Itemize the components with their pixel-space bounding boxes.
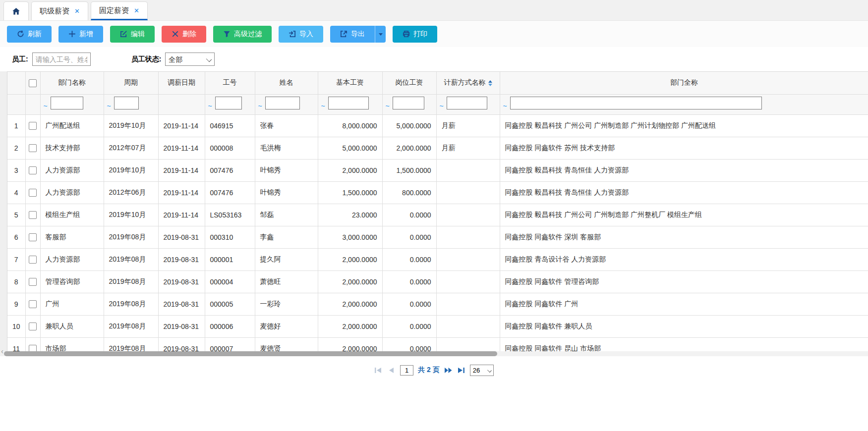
filter-input-dept-full[interactable] [510, 97, 762, 109]
employee-status-select[interactable]: 全部 [165, 53, 215, 66]
cell-name: 麦德贤 [255, 337, 318, 351]
cell-dept-full: 同鑫控股 毅昌科技 青岛恒佳 人力资源部 [500, 159, 868, 181]
table-row[interactable]: 1广州配送组2019年10月2019-11-14046915张春8,000.00… [7, 114, 868, 137]
cell-emp-no: 000007 [205, 337, 255, 351]
row-number: 9 [7, 293, 25, 315]
cell-emp-no: 000006 [205, 315, 255, 337]
table-row[interactable]: 6客服部2019年08月2019-08-31000310李鑫3,000.0000… [7, 226, 868, 248]
table-row[interactable]: 8管理咨询部2019年08月2019-08-31000004萧德旺2,000.0… [7, 270, 868, 293]
cell-post-salary: 0.0000 [382, 248, 436, 270]
row-checkbox[interactable] [29, 345, 37, 351]
cell-emp-no: 007476 [205, 181, 255, 204]
cell-dept-full: 同鑫控股 同鑫软件 苏州 技术支持部 [500, 137, 868, 159]
close-icon[interactable]: ✕ [134, 7, 139, 14]
row-checkbox[interactable] [29, 323, 37, 330]
row-checkbox-cell [25, 248, 40, 270]
cell-adjust-date: 2019-11-14 [158, 114, 205, 137]
cell-dept-name: 兼职人员 [40, 315, 104, 337]
cell-period: 2019年08月 [104, 315, 158, 337]
page-size-select[interactable]: 26 [470, 365, 494, 376]
tab-guding-xinzi[interactable]: 固定薪资 ✕ [91, 1, 148, 20]
edit-button[interactable]: 编辑 [110, 26, 155, 43]
refresh-button[interactable]: 刷新 [7, 26, 52, 43]
table-row[interactable]: 5模组生产组2019年10月2019-11-14LS053163邹磊23.000… [7, 204, 868, 226]
close-icon[interactable]: ✕ [74, 7, 80, 15]
cell-emp-no: 007476 [205, 159, 255, 181]
cell-name: 毛洪梅 [255, 137, 318, 159]
table-row[interactable]: 9广州2019年08月2019-08-31000005一彩玲2,000.0000… [7, 293, 868, 315]
cell-base-salary: 2,000.0000 [318, 337, 382, 351]
page-number-input[interactable] [400, 365, 413, 376]
first-page-icon[interactable] [374, 367, 383, 374]
cell-dept-full: 同鑫控股 毅昌科技 青岛恒佳 人力资源部 [500, 181, 868, 204]
header-row: 部门名称 周期 调薪日期 工号 姓名 基本工资 岗位工资 计薪方式名称 部门全称 [7, 72, 868, 94]
table-row[interactable]: 2技术支持部2012年07月2019-11-14000008毛洪梅5,000.0… [7, 137, 868, 159]
last-page-icon[interactable] [457, 367, 465, 374]
filter-input-post-salary[interactable] [393, 97, 424, 109]
row-checkbox[interactable] [29, 278, 37, 286]
filter-input-name[interactable] [265, 97, 300, 109]
x-icon [172, 30, 179, 38]
print-button[interactable]: 打印 [393, 26, 437, 43]
cell-base-salary: 2,000.0000 [318, 248, 382, 270]
filter-input-period[interactable] [114, 97, 139, 109]
import-button[interactable]: 导入 [279, 26, 323, 43]
table-row[interactable]: 7人力资源部2019年08月2019-08-31000001提久阿2,000.0… [7, 248, 868, 270]
col-pay-method[interactable]: 计薪方式名称 [436, 72, 500, 94]
grid-band: 部门名称 周期 调薪日期 工号 姓名 基本工资 岗位工资 计薪方式名称 部门全称… [0, 71, 868, 351]
row-checkbox[interactable] [29, 144, 37, 152]
next-page-icon[interactable] [444, 367, 453, 374]
row-checkbox[interactable] [29, 211, 37, 219]
row-checkbox[interactable] [29, 189, 37, 197]
table-row[interactable]: 10兼职人员2019年08月2019-08-31000006麦德好2,000.0… [7, 315, 868, 337]
prev-page-icon[interactable] [387, 367, 396, 374]
filter-input-dept[interactable] [51, 97, 83, 109]
toolbar: 刷新 新增 编辑 删除 高级过滤 导入 导出 打印 [0, 21, 868, 47]
edit-icon [120, 30, 127, 38]
home-tab[interactable] [3, 1, 29, 20]
cell-pay-method [436, 248, 500, 270]
select-all-checkbox[interactable] [29, 79, 37, 87]
table-row[interactable]: 11市场部2019年08月2019-08-31000007麦德贤2,000.00… [7, 337, 868, 351]
cell-period: 2012年07月 [104, 137, 158, 159]
table-row[interactable]: 4人力资源部2012年06月2019-11-14007476叶锦秀1,500.0… [7, 181, 868, 204]
cell-dept-name: 广州配送组 [40, 114, 104, 137]
row-checkbox[interactable] [29, 233, 37, 241]
cell-base-salary: 8,000.0000 [318, 114, 382, 137]
row-checkbox[interactable] [29, 122, 37, 130]
export-dropdown-toggle[interactable] [375, 26, 386, 43]
cell-name: 张春 [255, 114, 318, 137]
sort-icon[interactable] [488, 80, 492, 86]
tab-label: 职级薪资 [40, 6, 69, 16]
printer-icon [403, 30, 410, 38]
row-checkbox[interactable] [29, 300, 37, 308]
cell-pay-method [436, 293, 500, 315]
horizontal-scrollbar[interactable]: ‹ [0, 351, 868, 356]
filter-input-base-salary[interactable] [328, 97, 369, 109]
cell-dept-full: 同鑫控股 同鑫软件 兼职人员 [500, 315, 868, 337]
table-row[interactable]: 3人力资源部2019年10月2019-11-14007476叶锦秀2,000.0… [7, 159, 868, 181]
total-pages-label: 共 2 页 [418, 366, 440, 375]
employee-status-label: 员工状态: [131, 55, 162, 64]
employee-search-input[interactable] [32, 53, 91, 66]
tab-zhiji-xinzi[interactable]: 职级薪资 ✕ [31, 1, 88, 20]
cell-pay-method [436, 204, 500, 226]
cell-period: 2019年10月 [104, 114, 158, 137]
col-emp-no: 工号 [205, 72, 255, 94]
cell-emp-no: 000008 [205, 137, 255, 159]
scroll-left-icon[interactable]: ‹ [1, 347, 3, 355]
cell-base-salary: 2,000.0000 [318, 315, 382, 337]
advanced-filter-button[interactable]: 高级过滤 [213, 26, 272, 43]
pagination-bar: 共 2 页 26 [0, 356, 868, 384]
row-checkbox[interactable] [29, 166, 37, 174]
filter-input-pay-method[interactable] [447, 97, 487, 109]
cell-period: 2019年08月 [104, 270, 158, 293]
filter-input-emp-no[interactable] [215, 97, 242, 109]
delete-button[interactable]: 删除 [162, 26, 206, 43]
funnel-icon [223, 30, 231, 38]
add-button[interactable]: 新增 [58, 26, 103, 43]
row-checkbox[interactable] [29, 256, 37, 264]
row-number: 1 [7, 114, 25, 137]
export-button[interactable]: 导出 [330, 26, 375, 43]
scrollbar-thumb[interactable] [4, 351, 497, 356]
